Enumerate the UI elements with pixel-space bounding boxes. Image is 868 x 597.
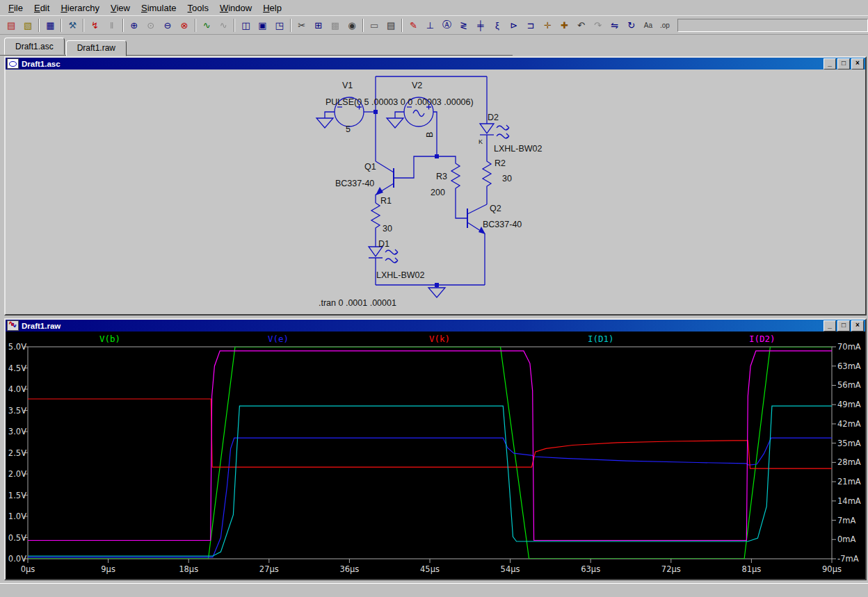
schematic-label: .tran 0 .0001 .00001 [319,298,396,308]
trace-I(D1) [28,406,832,556]
place-text-icon[interactable]: Aa [641,17,656,33]
trace-V(b) [28,347,832,559]
zoom-out-icon[interactable]: ⊖ [160,17,175,33]
tile-vertically-icon[interactable]: ◫ [238,17,253,33]
maximize-button[interactable]: □ [837,58,850,69]
resistor-r2 [483,135,491,204]
print-icon[interactable]: ▤ [383,17,399,33]
schematic-label: B [425,132,435,138]
place-component-icon[interactable]: ⊐ [523,17,538,33]
open-file-icon[interactable]: ▧ [20,17,35,33]
schematic-window-icon [7,58,19,69]
place-ground-icon[interactable]: ⊥ [422,17,437,33]
menu-item-hierarchy[interactable]: Hierarchy [55,1,105,15]
schematic-label: BC337-40 [483,220,522,229]
redo-icon: ↷ [590,17,606,33]
ytick-left: 1.0V [7,512,26,521]
menu-item-tools[interactable]: Tools [182,1,214,15]
legend-I(D2)[interactable]: I(D2) [749,334,775,344]
rotate-icon[interactable]: ↻ [624,17,639,33]
ytick-right: 7mA [837,516,855,525]
waveform-plot-area[interactable]: V(b)V(e)V(k)I(D1)I(D2) 5.0V4.5V4.0V3.5V3… [6,332,865,579]
new-schematic-icon[interactable]: ▤ [3,17,19,33]
tab-strip: Draft1.ascDraft1.raw [0,35,868,56]
trace-V(k) [28,399,832,468]
move-icon[interactable]: ✛ [540,17,555,33]
schematic-label: V1 [342,81,353,90]
status-bar [0,583,868,597]
drag-icon[interactable]: ✚ [556,17,572,33]
place-resistor-icon[interactable]: ≷ [456,17,472,33]
ytick-left: 0.5V [7,533,26,543]
tab-draft1.asc[interactable]: Draft1.asc [4,38,65,55]
cut-icon[interactable]: ✂ [294,17,310,33]
toolbar-separator [83,19,84,32]
waveform-plot[interactable] [6,332,862,579]
zoom-full-extents-icon[interactable]: ⊗ [177,17,192,33]
ytick-right: 56mA [837,380,861,390]
schematic-titlebar[interactable]: Draft1.asc _□× [6,58,865,69]
schematic-label: K [479,138,483,145]
print-preview-icon[interactable]: ▭ [367,17,382,33]
mirror-icon[interactable]: ⇋ [607,17,622,33]
wire [325,112,335,118]
toolbar: ▤▧▦⚒↯‖⊕⊙⊖⊗∿∿◫▣◳✂⊞▩◉▭▤✎⊥Ⓐ≷╪ξ⊳⊐✛✚↶↷⇋↻Aa.op [0,16,868,35]
control-panel-icon[interactable]: ⚒ [65,17,80,33]
ytick-left: 2.0V [7,469,26,479]
menu-item-help[interactable]: Help [257,1,287,15]
minimize-button[interactable]: _ [823,320,836,332]
undo-icon[interactable]: ↶ [573,17,588,33]
ground-icon [428,288,445,297]
place-inductor-icon[interactable]: ξ [490,17,505,33]
toolbar-separator [38,19,40,32]
plot-settings-icon[interactable]: ∿ [199,17,214,33]
legend-V(k)[interactable]: V(k) [429,334,450,344]
tab-draft1.raw[interactable]: Draft1.raw [66,40,127,56]
menu-item-file[interactable]: File [3,1,29,15]
spice-directive-icon[interactable]: .op [657,17,673,33]
close-button[interactable]: × [851,58,864,69]
schematic-label: 200 [431,188,445,197]
legend-V(e)[interactable]: V(e) [268,334,289,344]
ytick-right: 63mA [837,361,861,371]
xtick: 45µs [420,564,440,574]
schematic-label: 30 [383,224,392,234]
schematic-label: R3 [436,172,447,181]
menu-item-edit[interactable]: Edit [29,1,55,15]
menu-item-window[interactable]: Window [214,1,257,15]
zoom-back-icon: ⊙ [143,17,159,33]
xtick: 63µs [581,564,600,574]
maximize-button[interactable]: □ [837,320,850,332]
schematic-label: R2 [495,158,506,168]
q1-emitter-arrow [376,187,383,195]
waveform-titlebar[interactable]: Draft1.raw _□× [6,320,865,332]
minimize-button[interactable]: _ [823,58,836,69]
schematic-window: Draft1.asc _□× [4,56,867,316]
toolbar-tray [677,19,868,32]
xtick: 27µs [259,564,279,574]
save-icon[interactable]: ▦ [42,17,58,33]
copy-icon[interactable]: ⊞ [311,17,326,33]
cascade-windows-icon[interactable]: ◳ [272,17,287,33]
find-icon[interactable]: ◉ [344,17,360,33]
menu-item-simulate[interactable]: Simulate [136,1,182,15]
draw-wire-icon[interactable]: ✎ [405,17,421,33]
run-icon[interactable]: ↯ [87,17,102,33]
place-capacitor-icon[interactable]: ╪ [473,17,488,33]
ytick-right: 42mA [837,419,861,429]
toolbar-separator [61,19,62,32]
schematic-label: D1 [378,239,389,249]
xtick: 72µs [661,564,681,574]
place-net-label-icon[interactable]: Ⓐ [440,17,455,33]
legend-I(D1)[interactable]: I(D1) [588,334,614,344]
close-button[interactable]: × [851,320,864,332]
xtick: 9µs [101,564,115,574]
autorange-icon: ∿ [216,17,231,33]
zoom-in-icon[interactable]: ⊕ [127,17,142,33]
xtick: 54µs [501,564,520,574]
menu-item-view[interactable]: View [105,1,136,15]
tile-horizontally-icon[interactable]: ▣ [255,17,270,33]
legend-V(b)[interactable]: V(b) [99,334,120,344]
place-diode-icon[interactable]: ⊳ [506,17,522,33]
schematic-canvas-area[interactable]: V15V2PULSE(0 5 .00003 0 0 .00003 .00006)… [6,69,865,314]
